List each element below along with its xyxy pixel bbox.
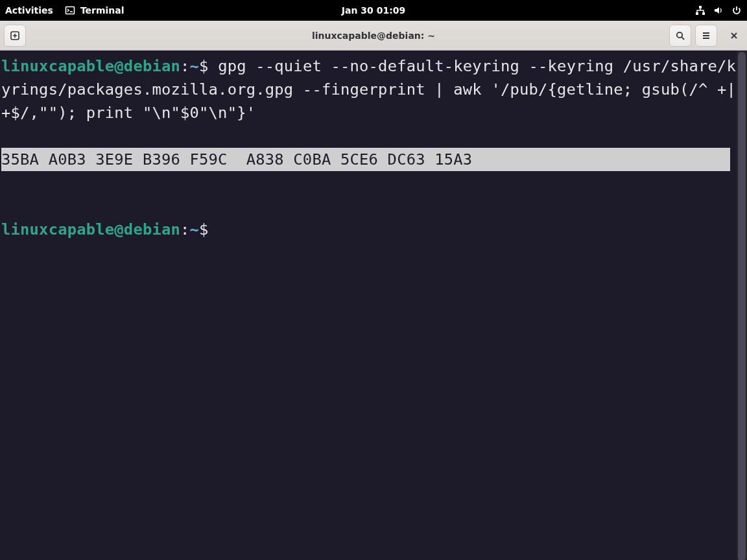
output-fingerprint-selected: 35BA A0B3 3E9E B396 F59C A838 C0BA 5CE6 … [1, 148, 730, 171]
volume-icon [713, 5, 724, 16]
power-icon [731, 5, 742, 16]
app-menu-button[interactable]: Terminal [65, 5, 124, 16]
clock[interactable]: Jan 30 01:09 [342, 5, 405, 16]
window-close-button[interactable] [725, 27, 743, 45]
command-text [209, 57, 219, 75]
window-headerbar: linuxcapable@debian: ~ [0, 21, 747, 51]
terminal-app-icon [65, 5, 75, 16]
prompt-user: linuxcapable@debian [1, 57, 180, 75]
svg-rect-1 [699, 6, 702, 8]
scrollbar-thumb[interactable] [738, 52, 746, 560]
svg-rect-3 [702, 12, 705, 15]
svg-point-5 [677, 32, 682, 37]
prompt-symbol: $ [199, 57, 209, 75]
prompt-separator: : [180, 57, 190, 75]
scrollbar[interactable] [737, 51, 747, 560]
svg-rect-0 [65, 7, 74, 14]
window-title: linuxcapable@debian: ~ [312, 30, 435, 41]
prompt-path: ~ [190, 220, 200, 239]
hamburger-menu-button[interactable] [695, 25, 717, 47]
prompt-symbol: $ [199, 220, 209, 239]
app-menu-label: Terminal [80, 5, 124, 16]
terminal-content[interactable]: linuxcapable@debian:~$ gpg --quiet --no-… [0, 51, 747, 241]
search-button[interactable] [669, 25, 691, 47]
network-icon [695, 5, 706, 16]
gnome-top-bar: Activities Terminal Jan 30 01:09 [0, 0, 747, 21]
new-tab-button[interactable] [4, 25, 26, 47]
terminal-viewport[interactable]: linuxcapable@debian:~$ gpg --quiet --no-… [0, 51, 747, 560]
prompt-path: ~ [190, 57, 200, 75]
cursor-space [209, 220, 219, 239]
activities-button[interactable]: Activities [5, 5, 53, 16]
prompt-user: linuxcapable@debian [1, 220, 180, 239]
system-status-area[interactable] [695, 5, 742, 16]
svg-rect-2 [696, 12, 698, 15]
prompt-separator: : [180, 220, 190, 239]
